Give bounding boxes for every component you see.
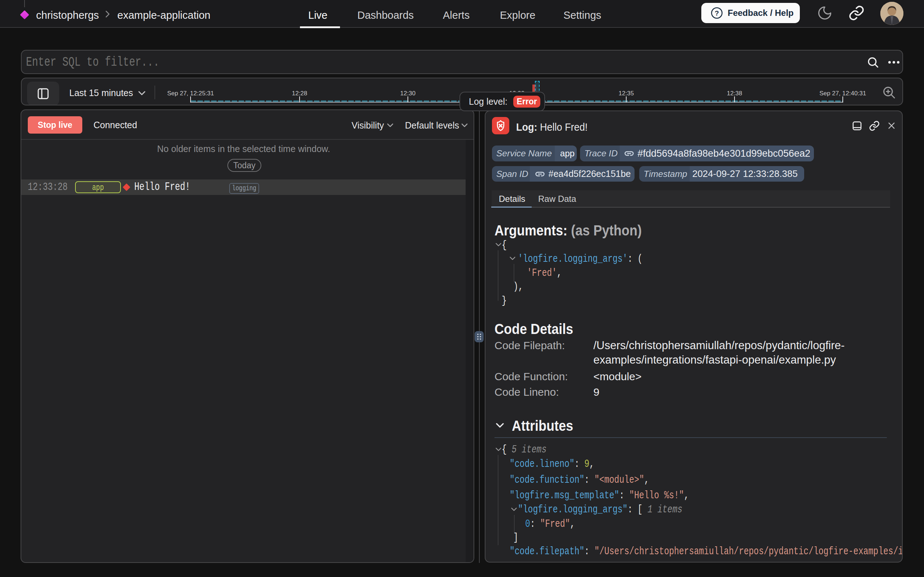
- svg-text:?: ?: [715, 10, 719, 17]
